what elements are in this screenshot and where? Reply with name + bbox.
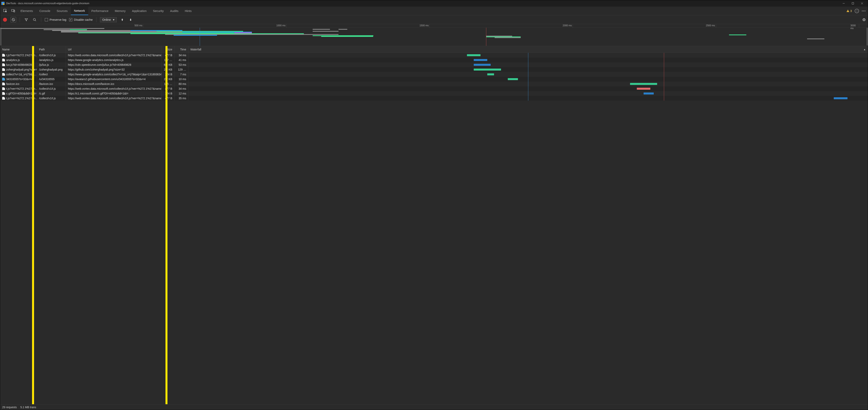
status-requests: 29 requests [2, 406, 17, 409]
cell-url: https://github.com/zoherghadyali.png?siz… [66, 67, 161, 72]
cell-size: 124 B [161, 91, 175, 96]
disable-cache-checkbox[interactable]: ✓ Disable cache [69, 18, 93, 21]
cell-path: /favicon.ico [37, 82, 66, 86]
tab-elements[interactable]: Elements [17, 7, 36, 15]
overview-bar [313, 29, 330, 30]
timeline-tick: 1500 ms [420, 24, 430, 28]
col-header-size[interactable]: Size [161, 46, 175, 53]
record-button[interactable] [2, 17, 8, 23]
table-row[interactable]: collect?v=1&_v=j79&a…/collecthttps://www… [0, 72, 868, 77]
cell-time: 10 ms [175, 77, 188, 82]
table-row[interactable]: t.js?ver=%272.1%27&n…/collect/v1/t.jshtt… [0, 86, 868, 91]
waterfall-bar [508, 78, 518, 80]
upload-har-icon[interactable] [120, 17, 125, 23]
svg-line-10 [12, 19, 14, 21]
tab-network[interactable]: Network [71, 7, 88, 15]
waterfall-marker [528, 77, 528, 82]
tab-console[interactable]: Console [36, 7, 54, 15]
cell-name: collect?v=1&_v=j79&a… [6, 73, 37, 76]
cell-url: https://www.google-analytics.com/collect… [66, 72, 161, 77]
close-button[interactable] [858, 0, 867, 7]
waterfall-marker [528, 86, 528, 91]
timeline-overview[interactable]: 500 ms1000 ms1500 ms2000 ms2500 ms3000 m… [0, 24, 868, 46]
device-toolbar-icon[interactable] [9, 7, 17, 15]
clear-button[interactable] [10, 17, 16, 23]
search-icon[interactable] [32, 17, 37, 23]
cell-path: /collect [37, 72, 66, 77]
tab-security[interactable]: Security [150, 7, 167, 15]
waterfall-marker [528, 82, 528, 86]
table-row[interactable]: lux.js?id=409849828/js/lux.jshttps://cdn… [0, 62, 868, 67]
file-icon [2, 73, 5, 76]
waterfall-bar [474, 68, 501, 70]
cell-url: https://cdn.speedcurve.com/js/lux.js?id=… [66, 62, 161, 67]
overview-bar [729, 34, 746, 35]
window-title: DevTools - docs.microsoft.com/en-us/micr… [6, 2, 839, 5]
more-options-icon[interactable] [862, 10, 865, 11]
cell-size: 477 B [161, 53, 175, 58]
col-header-url[interactable]: Url [66, 46, 161, 53]
timeline-tick: 2000 ms [563, 24, 573, 28]
waterfall-marker [664, 58, 664, 62]
cell-url: https://docs.microsoft.com/favicon.ico [66, 82, 161, 86]
maximize-button[interactable] [848, 0, 858, 7]
cell-url: https://www.google-analytics.com/analyti… [66, 58, 161, 62]
cell-size: 477 B [161, 96, 175, 101]
table-row[interactable]: 34316555?s=32&v=4/u/34316555https://avat… [0, 77, 868, 82]
col-header-waterfall[interactable]: Waterfall▲ [188, 46, 868, 53]
cell-waterfall [188, 58, 868, 62]
col-header-time[interactable]: Time [175, 46, 188, 53]
inspect-element-icon[interactable] [1, 7, 9, 15]
tab-application[interactable]: Application [129, 7, 150, 15]
cell-path: /collect/v1/t.js [37, 96, 66, 101]
waterfall-bar [834, 97, 847, 99]
tab-sources[interactable]: Sources [54, 7, 71, 15]
waterfall-bar [630, 83, 657, 85]
cell-waterfall [188, 62, 868, 67]
cell-name: c.gif?DI=4050&did=1&t= [6, 92, 36, 95]
cell-path: /collect/v1/t.js [37, 53, 66, 58]
cell-time: 35 ms [175, 96, 188, 101]
throttling-select[interactable]: Online▾ [100, 17, 117, 22]
tab-memory[interactable]: Memory [112, 7, 129, 15]
main-tab-bar: ElementsConsoleSourcesNetworkPerformance… [0, 7, 868, 16]
warning-count[interactable]: 3 [846, 9, 852, 12]
tab-performance[interactable]: Performance [88, 7, 112, 15]
cell-url: https://web.vortex.data.microsoft.com/co… [66, 53, 161, 58]
preserve-log-checkbox[interactable]: Preserve log [45, 18, 66, 21]
waterfall-marker [528, 58, 528, 62]
network-toolbar: Preserve log ✓ Disable cache Online▾ ⚙ [0, 16, 868, 24]
timeline-tick: 1000 ms [276, 24, 286, 28]
profile-icon[interactable] [855, 9, 859, 13]
cell-waterfall [188, 86, 868, 91]
tab-hints[interactable]: Hints [182, 7, 195, 15]
cell-name: t.js?ver=%272.1%27&n… [6, 97, 37, 100]
disable-cache-label: Disable cache [74, 18, 93, 21]
cell-time: 53 ms [175, 62, 188, 67]
tab-audits[interactable]: Audits [167, 7, 182, 15]
preserve-log-label: Preserve log [50, 18, 66, 21]
table-row[interactable]: zoherghadyali.png?size=…/zoherghadyali.p… [0, 67, 868, 72]
minimize-button[interactable] [839, 0, 848, 7]
overview-bar [0, 28, 104, 29]
file-icon [2, 92, 5, 95]
status-bar: 29 requests 5.1 MB trans [0, 404, 868, 410]
overview-bar [313, 31, 339, 32]
cell-time: 12 ms [175, 91, 188, 96]
table-row[interactable]: c.gif?DI=4050&did=1&t=/c.gifhttps://c1.m… [0, 91, 868, 96]
cell-time: 34 ms [175, 86, 188, 91]
download-har-icon[interactable] [128, 17, 133, 23]
table-row[interactable]: t.js?ver=%272.1%27&n…/collect/v1/t.jshtt… [0, 53, 868, 58]
col-header-name[interactable]: Name [0, 46, 37, 53]
waterfall-marker [528, 96, 528, 101]
col-header-path[interactable]: Path [37, 46, 66, 53]
cell-size: 177 … [161, 58, 175, 62]
table-row[interactable]: favicon.ico/favicon.icohttps://docs.micr… [0, 82, 868, 86]
cell-path: /analytics.js [37, 58, 66, 62]
cell-name: 34316555?s=32&v=4 [6, 78, 33, 81]
table-row[interactable]: t.js?ver=%272.1%27&n…/collect/v1/t.jshtt… [0, 96, 868, 101]
waterfall-marker [528, 62, 528, 67]
table-row[interactable]: analytics.js/analytics.jshttps://www.goo… [0, 58, 868, 62]
settings-icon[interactable]: ⚙ [862, 17, 866, 22]
filter-icon[interactable] [24, 17, 29, 23]
